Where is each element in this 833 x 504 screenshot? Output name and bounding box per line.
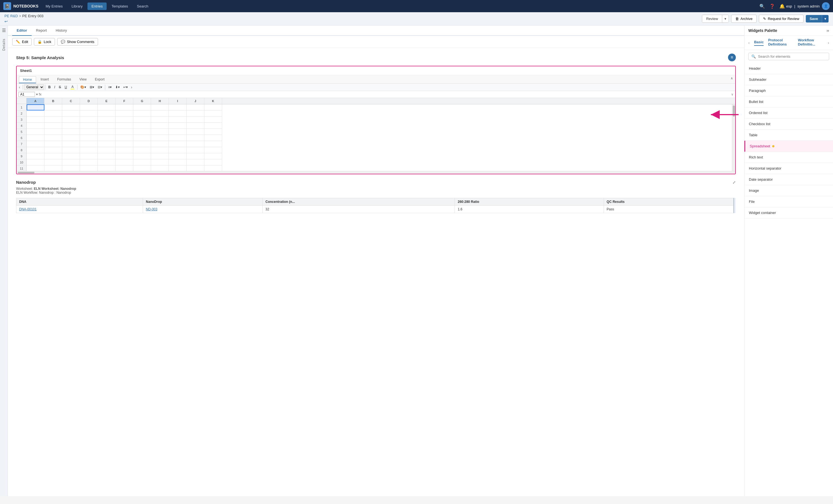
cell-e1[interactable] — [98, 104, 116, 110]
cell-d1[interactable] — [80, 104, 98, 110]
sidebar-tab-basic[interactable]: Basic — [754, 40, 764, 46]
archive-button[interactable]: 🗑 Archive — [731, 15, 757, 23]
cell-i1[interactable] — [169, 104, 187, 110]
ss-border-btn[interactable]: ⊞▾ — [88, 84, 96, 90]
lock-button[interactable]: 🔒 Lock — [34, 38, 55, 46]
cell-a2[interactable] — [27, 110, 44, 117]
ss-wrap-btn[interactable]: ↩▾ — [122, 84, 129, 90]
grid-cells[interactable] — [27, 104, 732, 171]
section-menu-button[interactable]: ≡ — [728, 54, 736, 61]
review-button[interactable]: Review — [702, 15, 722, 23]
ss-tab-formulas[interactable]: Formulas — [53, 76, 75, 83]
sidebar-tab-protocol[interactable]: Protocol Definitions — [768, 38, 793, 47]
cell-dna-link[interactable]: DNA-00101 — [16, 206, 143, 213]
widget-table[interactable]: Table — [744, 130, 833, 141]
grid-row-10 — [27, 159, 732, 166]
ss-strikethrough-btn[interactable]: S — [57, 84, 63, 90]
widget-header[interactable]: Header — [744, 63, 833, 74]
widget-bullet-list[interactable]: Bullet list — [744, 96, 833, 107]
widget-container[interactable]: Widget container — [744, 207, 833, 219]
formula-expand-btn[interactable]: ∨ — [731, 93, 734, 96]
brand-logo[interactable]: 📓 NOTEBOOKS — [3, 2, 38, 10]
sidebar-tab-workflow[interactable]: Workflow Definitio... — [798, 38, 823, 47]
brand-name: NOTEBOOKS — [13, 4, 38, 8]
ss-font-selector[interactable]: General — [24, 84, 44, 90]
workflow-label: ELN Workflow: Nanodrop : Nanodrop — [16, 191, 71, 195]
widget-date-separator[interactable]: Date separator — [744, 174, 833, 185]
nav-entries[interactable]: Entries — [88, 2, 106, 10]
search-icon[interactable]: 🔍 — [759, 4, 765, 9]
cell-f1[interactable] — [116, 104, 133, 110]
cell-a1[interactable] — [27, 104, 44, 110]
ss-italic-btn[interactable]: I — [52, 84, 57, 90]
breadcrumb-parent[interactable]: PE R&D — [4, 14, 18, 18]
archive-icon: 🗑 — [735, 17, 739, 21]
ss-align-btn[interactable]: ≡▾ — [106, 84, 113, 90]
sidebar-collapse-btn[interactable]: ›› — [827, 28, 829, 33]
save-button[interactable]: Save — [806, 15, 822, 23]
nanodrop-table: DNA NanoDrop Concentration (n... 260:280… — [16, 198, 734, 213]
hamburger-icon[interactable]: ☰ — [2, 28, 6, 33]
cell-h1[interactable] — [151, 104, 169, 110]
ss-font-color-btn[interactable]: A — [69, 84, 76, 90]
ss-tab-export[interactable]: Export — [91, 76, 109, 83]
widget-paragraph[interactable]: Paragraph — [744, 85, 833, 96]
widget-checkbox-list[interactable]: Checkbox list — [744, 119, 833, 130]
vertical-scrollbar[interactable] — [732, 104, 735, 171]
cell-j1[interactable] — [187, 104, 205, 110]
lock-icon: 🔒 — [38, 40, 42, 44]
ss-border2-btn[interactable]: ⊟▾ — [96, 84, 104, 90]
user-separator: | — [794, 4, 795, 8]
widget-rich-text[interactable]: Rich text — [744, 152, 833, 163]
ss-tab-home[interactable]: Home — [19, 76, 36, 83]
cell-k1[interactable] — [205, 104, 222, 110]
cell-nanodrop-link[interactable]: ND-003 — [143, 206, 263, 213]
cell-ref-input[interactable]: A1 — [18, 92, 35, 97]
tab-report[interactable]: Report — [32, 26, 51, 36]
tab-editor[interactable]: Editor — [12, 26, 32, 36]
pencil-icon: ✎ — [763, 17, 766, 21]
sidebar-nav-next[interactable]: › — [828, 41, 829, 45]
grid-row-9 — [27, 153, 732, 159]
tab-history[interactable]: History — [51, 26, 71, 36]
show-comments-button[interactable]: 💬 Show Comments — [57, 38, 98, 46]
editor-content[interactable]: Step 5: Sample Analysis ≡ Sheet1 Home In… — [8, 48, 744, 496]
cell-b1[interactable] — [44, 104, 62, 110]
ss-fill-btn[interactable]: 🎨▾ — [78, 84, 88, 90]
ss-underline-btn[interactable]: U — [63, 84, 69, 90]
save-dropdown-arrow[interactable]: ▾ — [822, 15, 829, 23]
cell-g1[interactable] — [133, 104, 151, 110]
ss-tab-insert[interactable]: Insert — [37, 76, 53, 83]
sidebar-nav-prev[interactable]: ‹ — [748, 41, 750, 45]
widget-file[interactable]: File — [744, 196, 833, 207]
edit-button[interactable]: ✏️ Edit — [12, 38, 32, 46]
nav-library[interactable]: Library — [68, 2, 87, 10]
ss-prev-btn[interactable]: ‹ — [18, 84, 21, 90]
ss-bold-btn[interactable]: B — [47, 84, 52, 90]
cell-c1[interactable] — [62, 104, 80, 110]
widget-ordered-list[interactable]: Ordered list — [744, 107, 833, 119]
help-icon[interactable]: ❓ — [769, 4, 775, 9]
nav-my-entries[interactable]: My Entries — [42, 2, 66, 10]
review-dropdown-arrow[interactable]: ▾ — [722, 15, 729, 23]
nav-search[interactable]: Search — [133, 2, 152, 10]
bell-icon[interactable]: 🔔 — [779, 4, 785, 9]
user-avatar[interactable]: 👤 — [822, 2, 830, 10]
widget-subheader[interactable]: Subheader — [744, 74, 833, 85]
widget-spreadsheet[interactable]: Spreadsheet — [744, 141, 833, 152]
widget-search-box[interactable]: 🔍 — [748, 53, 829, 60]
widget-horizontal-separator[interactable]: Horizontal separator — [744, 163, 833, 174]
ss-valign-btn[interactable]: ⬇▾ — [114, 84, 121, 90]
back-button[interactable]: ↩ — [4, 19, 44, 24]
horizontal-scrollbar[interactable] — [17, 171, 735, 174]
nav-templates[interactable]: Templates — [108, 2, 132, 10]
widget-image[interactable]: Image — [744, 185, 833, 196]
user-info[interactable]: esp | system admin 👤 — [786, 2, 830, 10]
ss-next-btn[interactable]: › — [130, 84, 133, 90]
top-navigation: 📓 NOTEBOOKS My Entries Library Entries T… — [0, 0, 833, 12]
ss-collapse-btn[interactable]: ∧ — [731, 76, 733, 83]
request-review-button[interactable]: ✎ Request for Review — [759, 15, 803, 23]
widget-search-input[interactable] — [758, 54, 826, 58]
ss-tab-view[interactable]: View — [75, 76, 91, 83]
nanodrop-expand-btn[interactable]: ⤢ — [733, 180, 736, 184]
